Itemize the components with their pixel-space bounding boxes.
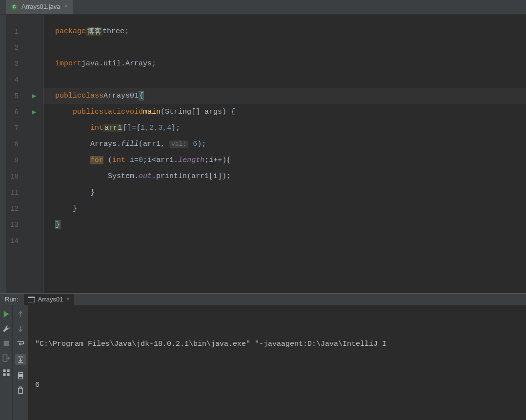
run-body: "C:\Program Files\Java\jdk-18.0.2.1\bin\… [0, 305, 526, 420]
line-number: 12 [6, 205, 20, 213]
close-icon[interactable]: × [66, 296, 70, 303]
console-output[interactable]: "C:\Program Files\Java\jdk-18.0.2.1\bin\… [28, 305, 526, 420]
code-line[interactable]: for (int i=0;i<arr1.length;i++){ [43, 152, 526, 168]
code-line[interactable]: } [43, 184, 526, 200]
run-gutter-icon[interactable]: ▶ [32, 108, 36, 116]
exit-icon[interactable] [2, 354, 10, 362]
layout-icon[interactable] [2, 369, 10, 377]
class-icon: C [11, 3, 18, 10]
code-line[interactable]: } [43, 217, 526, 233]
line-number: 8 [6, 140, 20, 148]
line-number: 6 [6, 108, 20, 116]
code-line[interactable] [43, 233, 526, 249]
print-icon[interactable] [17, 372, 24, 380]
svg-rect-9 [7, 373, 9, 376]
line-number: 3 [6, 60, 20, 68]
code-line[interactable] [43, 72, 526, 88]
run-toolbar-left [0, 305, 13, 420]
run-toolbar-nav [13, 305, 28, 420]
svg-rect-3 [28, 297, 35, 298]
line-number: 5 [6, 92, 20, 100]
line-number: 4 [6, 76, 20, 84]
svg-rect-4 [3, 341, 9, 346]
code-line[interactable]: Arrays.fill(arr1, val: 6); [43, 136, 526, 152]
line-number: 9 [6, 157, 20, 164]
code-line[interactable]: package 博客three; [43, 23, 526, 40]
scroll-end-icon[interactable] [15, 354, 26, 365]
console-line: "C:\Program Files\Java\jdk-18.0.2.1\bin\… [35, 338, 519, 351]
svg-rect-7 [7, 369, 9, 372]
svg-rect-8 [3, 373, 5, 376]
left-tool-strip [0, 15, 6, 293]
soft-wrap-icon[interactable] [17, 340, 24, 347]
stop-icon[interactable] [2, 340, 10, 347]
application-icon [28, 297, 35, 302]
code-line[interactable]: } [43, 200, 526, 217]
code-line[interactable]: public static void main(String[] args) { [43, 104, 526, 120]
console-line: 6 [35, 379, 519, 392]
line-number: 14 [6, 237, 20, 245]
down-arrow-icon[interactable] [17, 325, 24, 333]
code-line[interactable]: import java.util.Arrays; [43, 56, 526, 72]
run-config-tab[interactable]: Arrays01 × [24, 294, 74, 305]
run-gutter-icon[interactable]: ▶ [32, 92, 36, 100]
svg-rect-6 [3, 369, 5, 372]
parameter-hint: val: [169, 140, 188, 148]
run-panel: Run: Arrays01 × "C:\Program Files\Java\j… [0, 293, 526, 420]
editor-tab-bar: C Arrays01.java × [0, 0, 526, 15]
code-line[interactable]: int arr1[]={1,2,3,4}; [43, 120, 526, 136]
line-number: 10 [6, 173, 20, 180]
code-line[interactable]: System.out.println(arr1[i]); [43, 168, 526, 184]
wrench-icon[interactable] [2, 325, 10, 333]
close-icon[interactable]: × [64, 3, 68, 10]
code-line[interactable]: public class Arrays01 { [43, 88, 526, 104]
svg-rect-11 [19, 372, 22, 374]
gutter: 1 2 3 4 5▶ 6▶ 7 8 9 10 11 12 13 14 [6, 15, 43, 293]
run-header: Run: Arrays01 × [0, 294, 526, 305]
code-line[interactable] [43, 40, 526, 56]
trash-icon[interactable] [17, 386, 24, 394]
tab-label: Arrays01.java [21, 3, 60, 10]
run-icon[interactable] [2, 310, 10, 318]
line-number: 2 [6, 44, 20, 52]
editor-area: 1 2 3 4 5▶ 6▶ 7 8 9 10 11 12 13 14 packa… [0, 15, 526, 293]
line-number: 7 [6, 124, 20, 132]
line-number: 1 [6, 28, 20, 36]
line-number: 13 [6, 221, 20, 229]
run-label: Run: [5, 296, 18, 303]
run-tab-label: Arrays01 [38, 296, 63, 303]
file-tab[interactable]: C Arrays01.java × [6, 0, 73, 14]
svg-text:C: C [13, 4, 16, 9]
svg-rect-12 [19, 377, 22, 379]
code-editor[interactable]: package 博客three; import java.util.Arrays… [43, 15, 526, 293]
line-number: 11 [6, 189, 20, 197]
up-arrow-icon[interactable] [17, 310, 24, 318]
